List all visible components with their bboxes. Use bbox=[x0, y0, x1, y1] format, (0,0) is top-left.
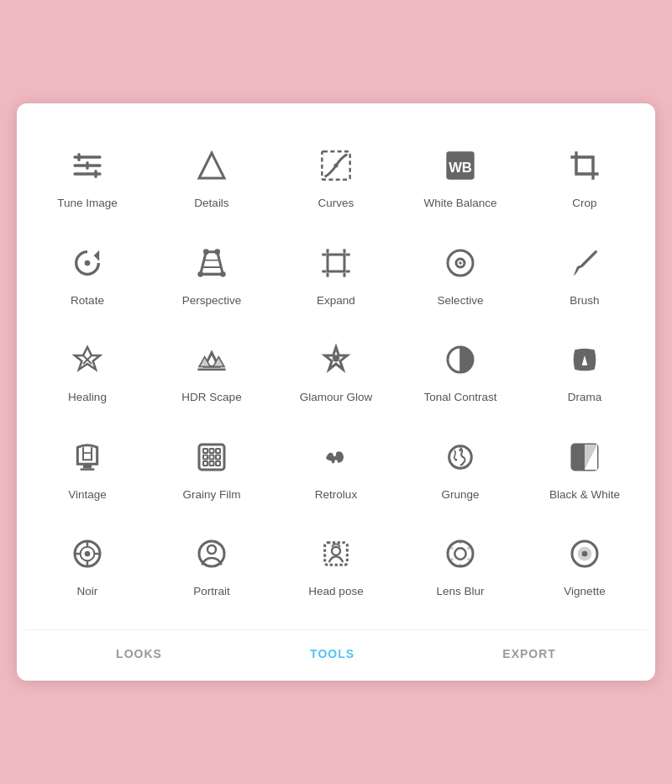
details-label: Details bbox=[194, 196, 228, 211]
svg-point-40 bbox=[333, 355, 339, 361]
svg-rect-21 bbox=[328, 255, 344, 271]
tool-expand[interactable]: Expand bbox=[274, 226, 398, 324]
svg-rect-52 bbox=[210, 455, 214, 459]
svg-rect-56 bbox=[216, 461, 220, 466]
vignette-label: Vignette bbox=[564, 584, 605, 599]
drama-label: Drama bbox=[568, 390, 602, 405]
tonal-contrast-label: Tonal Contrast bbox=[423, 390, 496, 405]
hdr-scape-icon bbox=[190, 338, 234, 381]
svg-point-59 bbox=[455, 459, 458, 461]
noir-icon bbox=[66, 532, 109, 576]
svg-point-19 bbox=[203, 249, 209, 255]
svg-point-58 bbox=[459, 449, 461, 451]
glamour-glow-icon bbox=[314, 338, 358, 381]
svg-point-75 bbox=[450, 547, 453, 550]
tool-head-pose[interactable]: Head pose bbox=[274, 517, 398, 614]
tool-black-white[interactable]: Black & White bbox=[522, 420, 647, 518]
svg-point-79 bbox=[459, 541, 461, 544]
grunge-icon bbox=[438, 435, 482, 479]
svg-point-72 bbox=[332, 547, 340, 555]
tool-selective[interactable]: Selective bbox=[398, 226, 522, 324]
svg-rect-5 bbox=[94, 170, 97, 178]
svg-point-83 bbox=[582, 551, 588, 557]
bottom-nav: LOOKS TOOLS EXPORT bbox=[25, 629, 647, 672]
tool-noir[interactable]: Noir bbox=[25, 517, 150, 614]
svg-point-73 bbox=[448, 541, 473, 566]
vintage-icon bbox=[66, 435, 109, 479]
tool-retrolux[interactable]: Retrolux bbox=[274, 420, 398, 518]
tool-grunge[interactable]: Grunge bbox=[398, 420, 522, 518]
svg-rect-4 bbox=[86, 161, 88, 170]
retrolux-label: Retrolux bbox=[315, 487, 357, 502]
tool-curves[interactable]: Curves bbox=[274, 129, 398, 226]
tool-vignette[interactable]: Vignette bbox=[522, 517, 647, 614]
rotate-icon bbox=[66, 241, 109, 285]
nav-tools[interactable]: TOOLS bbox=[303, 644, 361, 664]
tool-lens-blur[interactable]: Lens Blur bbox=[398, 517, 522, 614]
head-pose-label: Head pose bbox=[308, 584, 363, 599]
tool-brush[interactable]: Brush bbox=[522, 226, 647, 324]
svg-rect-53 bbox=[216, 455, 220, 459]
svg-point-17 bbox=[197, 271, 203, 277]
tonal-contrast-icon bbox=[438, 338, 482, 381]
tool-crop[interactable]: Crop bbox=[522, 129, 647, 226]
tool-portrait[interactable]: Portrait bbox=[150, 517, 274, 614]
tune-image-label: Tune Image bbox=[57, 196, 118, 211]
lens-blur-label: Lens Blur bbox=[436, 584, 484, 599]
tool-vintage[interactable]: Vintage bbox=[25, 420, 150, 518]
tool-perspective[interactable]: Perspective bbox=[150, 226, 274, 324]
svg-point-80 bbox=[459, 564, 461, 566]
svg-rect-48 bbox=[203, 449, 207, 453]
tool-rotate[interactable]: Rotate bbox=[25, 226, 150, 324]
head-pose-icon bbox=[314, 532, 358, 576]
svg-rect-2 bbox=[73, 172, 101, 175]
grainy-film-icon bbox=[190, 435, 234, 479]
grainy-film-label: Grainy Film bbox=[182, 487, 240, 502]
svg-point-12 bbox=[85, 260, 91, 266]
curves-icon bbox=[314, 144, 358, 187]
svg-point-77 bbox=[450, 558, 453, 560]
expand-label: Expand bbox=[317, 293, 355, 308]
tool-drama[interactable]: Drama bbox=[522, 323, 647, 420]
tool-healing[interactable]: Healing bbox=[25, 323, 150, 420]
portrait-icon bbox=[190, 532, 234, 576]
tool-details[interactable]: Details bbox=[150, 129, 274, 226]
svg-rect-55 bbox=[210, 461, 214, 466]
perspective-label: Perspective bbox=[182, 293, 242, 308]
hdr-scape-label: HDR Scape bbox=[181, 390, 241, 405]
drama-icon bbox=[563, 338, 606, 381]
svg-point-78 bbox=[467, 558, 470, 560]
svg-point-76 bbox=[467, 547, 470, 550]
brush-icon bbox=[563, 241, 606, 285]
svg-rect-3 bbox=[77, 153, 80, 161]
svg-text:WB: WB bbox=[449, 160, 472, 176]
selective-icon bbox=[438, 241, 482, 285]
svg-point-18 bbox=[220, 271, 226, 277]
tool-hdr-scape[interactable]: HDR Scape bbox=[150, 323, 274, 420]
healing-icon bbox=[66, 338, 109, 381]
glamour-glow-label: Glamour Glow bbox=[300, 390, 372, 405]
tune-image-icon bbox=[66, 144, 109, 187]
svg-rect-50 bbox=[216, 449, 220, 453]
tool-tune-image[interactable]: Tune Image bbox=[25, 129, 150, 226]
svg-point-32 bbox=[459, 261, 461, 264]
tool-glamour-glow[interactable]: Glamour Glow bbox=[274, 323, 398, 420]
nav-looks[interactable]: LOOKS bbox=[109, 644, 169, 664]
crop-label: Crop bbox=[572, 196, 596, 211]
nav-export[interactable]: EXPORT bbox=[496, 644, 563, 664]
svg-rect-45 bbox=[81, 468, 95, 471]
tool-tonal-contrast[interactable]: Tonal Contrast bbox=[398, 323, 522, 420]
svg-rect-11 bbox=[576, 157, 593, 174]
portrait-label: Portrait bbox=[193, 584, 230, 599]
black-white-label: Black & White bbox=[549, 487, 620, 502]
svg-marker-13 bbox=[201, 251, 223, 274]
svg-point-20 bbox=[214, 249, 220, 255]
crop-icon bbox=[563, 144, 606, 187]
svg-point-8 bbox=[334, 164, 339, 168]
curves-label: Curves bbox=[318, 196, 354, 211]
white-balance-icon: WB bbox=[438, 144, 482, 187]
tool-white-balance[interactable]: WB White Balance bbox=[398, 129, 522, 226]
noir-label: Noir bbox=[77, 584, 98, 599]
app-container: Tune Image Details Curves bbox=[17, 103, 655, 681]
tool-grainy-film[interactable]: Grainy Film bbox=[150, 420, 274, 518]
